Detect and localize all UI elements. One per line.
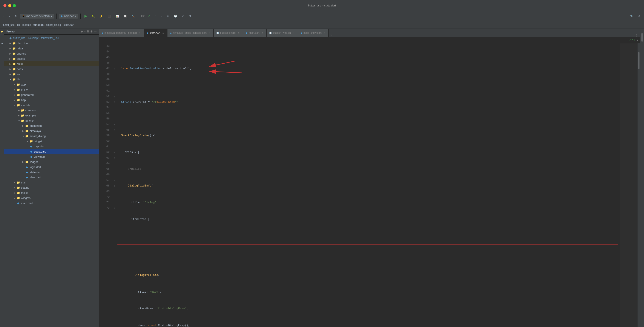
sidebar-item-toolkit[interactable]: ▶ 📁 toolkit	[4, 190, 99, 195]
sidebar-item-module[interactable]: ▾ 📁 module	[4, 102, 99, 108]
search-button[interactable]: 🔍	[628, 14, 635, 18]
sidebar-item-docs[interactable]: ▶ 📁 docs	[4, 66, 99, 71]
sort-icon[interactable]: ⇅	[87, 30, 89, 33]
sidebar-item-common[interactable]: ▶ 📁 common	[4, 108, 99, 113]
sidebar-item-widgets[interactable]: ▶ 📁 widgets	[4, 195, 99, 200]
tab-close-icon6[interactable]: ×	[292, 31, 295, 34]
tab-pubspec[interactable]: 📄 pubspec.yaml ×	[214, 29, 243, 37]
refresh-button[interactable]: ↻	[13, 14, 18, 18]
main-layout: 📁 ⬆ ⟳ Project ⊕ ≡ ⇅ ⚙ — ▾ ◆ flutter_use …	[0, 29, 644, 327]
tab-close-icon[interactable]: ×	[138, 31, 141, 34]
sidebar-item-state-dart-fn[interactable]: ▶ ◆ state.dart	[4, 170, 99, 175]
minimize-panel-icon[interactable]: —	[94, 30, 96, 33]
git-check-button[interactable]: ✓	[146, 14, 152, 18]
build-button[interactable]: 🔨	[130, 14, 136, 18]
folder-icon3: 📁	[12, 51, 16, 55]
sidebar-item-state-dart-sd[interactable]: ▶ ◆ state.dart	[4, 149, 99, 154]
breadcrumb-item-smart_dialog[interactable]: smart_dialog	[46, 23, 61, 26]
sidebar-item-android[interactable]: ▶ 📁 android	[4, 51, 99, 56]
tabs-overflow[interactable]: ▾	[329, 34, 334, 37]
breadcrumb-item-state-dart[interactable]: state.dart	[64, 23, 74, 26]
close-button[interactable]	[4, 4, 6, 7]
folder-module-icon: 📁	[16, 103, 20, 107]
sidebar-item-view-dart-sd[interactable]: ▶ ◆ view.dart	[4, 154, 99, 159]
sidebar-item-entity[interactable]: ▶ 📁 entity	[4, 87, 99, 92]
breadcrumb-item-lib[interactable]: lib	[17, 23, 20, 26]
device-selector[interactable]: 📱 <no device selected> ▾	[20, 14, 54, 18]
tab-code-show[interactable]: ◆ code_show.dart ×	[298, 29, 329, 37]
tab-close-icon5[interactable]: ×	[261, 31, 264, 34]
tab-close-icon2[interactable]: ×	[162, 31, 165, 34]
sidebar-item-assets[interactable]: ▶ 📁 assets	[4, 56, 99, 61]
code-line-53: DialogItemInfo(	[118, 273, 620, 278]
breadcrumb-item-function[interactable]: function	[33, 23, 44, 26]
fold-icon[interactable]: ▾	[637, 39, 638, 42]
attach-button[interactable]: ⚡	[98, 14, 105, 18]
tab-icon4: 📄	[216, 32, 219, 34]
run-button[interactable]: ▶	[83, 13, 89, 19]
tab-himalaya-personal-info[interactable]: ◆ himalaya_personal_info.dart ×	[99, 29, 144, 37]
git-history-button[interactable]: 🕐	[172, 14, 179, 18]
sidebar-item-widget-sd[interactable]: ▶ 📁 widget	[4, 139, 99, 144]
breadcrumb-item-flutter_use[interactable]: flutter_use	[2, 23, 14, 26]
file-selector[interactable]: ◆ main.dart ▾	[59, 14, 78, 18]
debug-button[interactable]: 🐛	[90, 14, 97, 18]
minimap	[620, 43, 638, 327]
profile-button[interactable]: 📊	[114, 14, 120, 18]
sidebar-item-main-dart[interactable]: ▶ ◆ main.dart	[4, 200, 99, 206]
sidebar-item-app[interactable]: ▶ 📁 app	[4, 82, 99, 87]
sidebar-item-build[interactable]: ▶ 📁 build	[4, 61, 99, 66]
vertical-scrollbar[interactable]	[638, 43, 640, 327]
minimize-button[interactable]	[8, 4, 11, 7]
tab-himalaya-audio[interactable]: ◆ himalaya_audio_console.dart ×	[168, 29, 214, 37]
tab-state-dart[interactable]: ◆ state.dart ×	[144, 29, 168, 37]
sidebar-item-example[interactable]: ▶ 📁 example	[4, 113, 99, 118]
sidebar-item-lib[interactable]: ▾ 📁 lib	[4, 77, 99, 82]
sidebar-item-widget-fn[interactable]: ▶ 📁 widget	[4, 159, 99, 164]
forward-button[interactable]: ›	[7, 14, 12, 18]
tab-publish-web[interactable]: 📄 publish_web.sh ×	[266, 29, 298, 37]
sidebar-item-main[interactable]: ▶ 📁 main	[4, 180, 99, 185]
tab-close-icon7[interactable]: ×	[323, 31, 326, 34]
coverage-button[interactable]: 🔲	[122, 14, 128, 18]
pull-request-icon[interactable]: ⟳	[0, 42, 4, 46]
stop-button[interactable]: ⬛	[106, 14, 113, 18]
git-pull-button[interactable]: ↓	[159, 14, 164, 18]
root-folder-icon: ◆	[8, 36, 12, 40]
right-panel	[640, 29, 644, 327]
back-button[interactable]: ‹	[2, 14, 6, 18]
tab-close-icon4[interactable]: ×	[237, 31, 240, 34]
sidebar-item-himalaya[interactable]: ▶ 📁 himalaya	[4, 128, 99, 133]
sidebar-item-function[interactable]: ▾ 📁 function	[4, 118, 99, 123]
collapse-icon[interactable]: ≡	[84, 30, 86, 33]
maximize-button[interactable]	[13, 4, 16, 7]
sidebar-item-logic-dart-fn[interactable]: ▶ ◆ logic.dart	[4, 164, 99, 170]
tab-icon3: ◆	[170, 32, 172, 34]
git-merge-button[interactable]: ⚯	[165, 14, 171, 18]
sidebar-item-view-dart-fn[interactable]: ▶ ◆ view.dart	[4, 175, 99, 180]
tree-root[interactable]: ▾ ◆ flutter_use ~/Develop/Github/flutter…	[4, 35, 99, 41]
git-revert-button[interactable]: ↩	[180, 14, 186, 18]
settings-icon[interactable]: ⚙	[90, 30, 93, 33]
tab-main-dart[interactable]: ◆ main.dart ×	[243, 29, 266, 37]
settings-button[interactable]: ⚙	[636, 14, 642, 18]
git-push-button[interactable]: ↑	[153, 14, 158, 18]
sidebar-item-http[interactable]: ▶ 📁 http	[4, 97, 99, 102]
git-translate-button[interactable]: ⊞	[187, 14, 192, 18]
code-content[interactable]: late AnimationController codeAnimationCt…	[117, 43, 620, 327]
sidebar-item-idea[interactable]: ▶ 📁 .idea	[4, 46, 99, 51]
sidebar-item-dart-tool[interactable]: ▶ 📁 .dart_tool	[4, 41, 99, 46]
sidebar-item-ios[interactable]: ▶ 📁 ios	[4, 71, 99, 77]
tabs-menu-icon[interactable]: ⋮	[634, 34, 640, 37]
add-icon[interactable]: ⊕	[80, 30, 83, 33]
breadcrumb-item-module[interactable]: module	[22, 23, 31, 26]
project-icon[interactable]: 📁	[0, 30, 4, 34]
sidebar-item-logic-dart-sd[interactable]: ▶ ◆ logic.dart	[4, 144, 99, 149]
sidebar-item-setting[interactable]: ▶ 📁 setting	[4, 185, 99, 190]
tab-close-icon3[interactable]: ×	[208, 31, 211, 34]
sidebar-item-smart-dialog[interactable]: ▾ 📁 smart_dialog	[4, 133, 99, 139]
file-selector-label: main.dart	[64, 14, 74, 18]
sidebar-item-animation[interactable]: ▶ 📁 animation	[4, 123, 99, 128]
sidebar-item-generated[interactable]: ▶ 📁 generated	[4, 92, 99, 97]
commit-icon[interactable]: ⬆	[0, 36, 4, 40]
